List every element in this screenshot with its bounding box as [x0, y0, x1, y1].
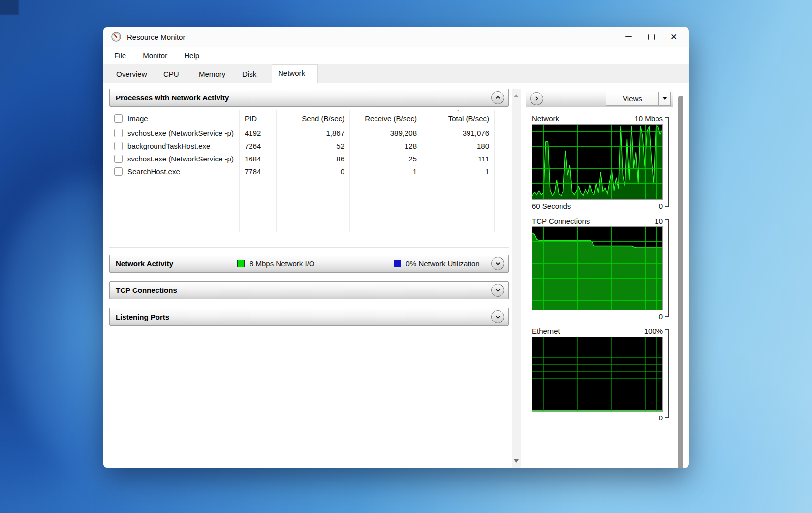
tcp-connections-graph	[532, 226, 663, 310]
menu-help[interactable]: Help	[184, 51, 199, 60]
resource-monitor-icon	[111, 32, 121, 42]
tab-overview[interactable]: Overview	[109, 66, 156, 83]
row-checkbox[interactable]	[114, 155, 123, 163]
chevron-down-icon	[495, 314, 501, 320]
graphs-panel-header: Views	[526, 90, 673, 107]
table-row-pid[interactable]: 4192	[240, 127, 277, 139]
tab-cpu[interactable]: CPU	[156, 66, 192, 83]
table-row-total[interactable]: 1	[422, 165, 495, 178]
table-row-image[interactable]: SearchHost.exe	[109, 165, 240, 178]
scroll-down-button[interactable]	[512, 456, 521, 466]
table-row-receive[interactable]: 389,208	[350, 127, 422, 139]
table-row-send[interactable]: 52	[277, 139, 350, 152]
network-activity-section-header[interactable]: Network Activity 8 Mbps Network I/O 0% N…	[109, 255, 509, 273]
collapse-panel-button[interactable]	[530, 92, 543, 105]
views-button[interactable]: Views	[606, 92, 671, 106]
dropdown-arrow-icon	[662, 97, 667, 100]
table-row-send[interactable]: 0	[277, 165, 350, 178]
minimize-button[interactable]	[617, 29, 640, 45]
column-header-send[interactable]: Send (B/sec)	[277, 110, 350, 127]
table-row-image[interactable]: backgroundTaskHost.exe	[109, 139, 240, 152]
graph-title: Ethernet	[532, 327, 560, 335]
row-checkbox[interactable]	[114, 167, 123, 176]
tab-strip: Overview CPU Memory Disk Network	[103, 64, 689, 83]
panel-scrollbar[interactable]	[677, 89, 684, 468]
network-io-label: 8 Mbps Network I/O	[250, 259, 315, 268]
sort-indicator-icon: ˇ	[457, 110, 459, 115]
scroll-down-icon	[514, 459, 519, 463]
tab-disk[interactable]: Disk	[235, 66, 265, 83]
panel-scrollbar-thumb[interactable]	[678, 96, 683, 468]
network-graph-block: Network 10 Mbps 60 Seconds 0	[532, 112, 670, 212]
scale-bracket	[665, 329, 669, 418]
expand-network-activity-button[interactable]	[491, 257, 504, 270]
collapse-processes-button[interactable]	[491, 91, 504, 104]
graph-scale-top: 10	[655, 217, 663, 225]
network-graph	[532, 124, 663, 200]
ethernet-graph	[532, 337, 663, 412]
table-row-receive[interactable]: 25	[350, 152, 422, 165]
views-dropdown-button[interactable]	[658, 92, 670, 105]
processes-section-title: Processes with Network Activity	[116, 94, 229, 102]
network-utilization-swatch	[394, 260, 401, 267]
chevron-down-icon	[495, 287, 501, 293]
column-header-image[interactable]: Image	[109, 110, 240, 127]
close-button[interactable]: ✕	[662, 29, 685, 45]
expand-listening-ports-button[interactable]	[491, 310, 504, 323]
table-row-receive[interactable]: 1	[350, 165, 422, 178]
table-row-total[interactable]: 180	[422, 139, 495, 152]
column-header-total[interactable]: ˇ Total (B/sec)	[422, 110, 495, 127]
network-tab-content: Processes with Network Activity Image PI…	[103, 83, 689, 468]
maximize-icon	[648, 34, 655, 40]
left-pane: Processes with Network Activity Image PI…	[109, 89, 509, 468]
network-utilization-label: 0% Network Utilization	[406, 259, 480, 268]
table-row-image[interactable]: svchost.exe (NetworkService -p)	[109, 152, 240, 165]
column-header-filler	[495, 110, 509, 127]
tcp-connections-section-header[interactable]: TCP Connections	[109, 281, 509, 299]
listening-ports-section-header[interactable]: Listening Ports	[109, 308, 509, 326]
graph-scale-top: 10 Mbps	[634, 114, 663, 123]
resource-monitor-window: Resource Monitor ✕ File Monitor Help Ove…	[103, 27, 689, 468]
table-row-total[interactable]: 111	[422, 152, 495, 165]
column-header-receive[interactable]: Receive (B/sec)	[350, 110, 422, 127]
graphs-panel: Views Network 10 Mbps	[525, 89, 674, 444]
row-checkbox[interactable]	[114, 129, 123, 137]
scroll-up-button[interactable]	[512, 91, 521, 100]
table-row-pid[interactable]: 7784	[240, 165, 277, 178]
tab-network[interactable]: Network	[272, 64, 318, 83]
title-bar[interactable]: Resource Monitor ✕	[103, 27, 689, 47]
right-zone: Views Network 10 Mbps	[525, 89, 684, 468]
table-row-total[interactable]: 391,076	[422, 127, 495, 139]
maximize-button[interactable]	[640, 29, 662, 45]
table-row-pid[interactable]: 7264	[240, 139, 277, 152]
table-row-receive[interactable]: 128	[350, 139, 422, 152]
close-icon: ✕	[670, 33, 677, 41]
desktop-background: Resource Monitor ✕ File Monitor Help Ove…	[0, 0, 812, 513]
select-all-checkbox[interactable]	[114, 114, 123, 123]
network-utilization-legend: 0% Network Utilization	[394, 259, 480, 268]
table-row-send[interactable]: 1,867	[277, 127, 350, 139]
menu-monitor[interactable]: Monitor	[143, 51, 167, 60]
graph-title: TCP Connections	[532, 217, 590, 225]
graph-footer-left: 60 Seconds	[532, 202, 571, 210]
network-io-swatch	[237, 260, 245, 267]
minimize-icon	[625, 36, 632, 37]
row-checkbox[interactable]	[114, 142, 123, 150]
menu-file[interactable]: File	[114, 51, 126, 60]
graph-title: Network	[532, 114, 559, 123]
ethernet-graph-block: Ethernet 100% 0	[532, 325, 670, 423]
table-row-send[interactable]: 86	[277, 152, 350, 165]
table-row-image[interactable]: svchost.exe (NetworkService -p)	[109, 127, 240, 139]
graph-scale-bottom: 0	[659, 312, 663, 321]
network-activity-title: Network Activity	[116, 259, 173, 268]
chevron-up-icon	[495, 95, 501, 101]
processes-section-header[interactable]: Processes with Network Activity	[109, 89, 509, 107]
listening-ports-title: Listening Ports	[116, 313, 169, 321]
column-header-pid[interactable]: PID	[240, 110, 277, 127]
process-table: Image PID Send (B/sec) Receive (B/sec) ˇ…	[109, 110, 509, 248]
table-row-pid[interactable]: 1684	[240, 152, 277, 165]
graph-scale-top: 100%	[644, 327, 663, 335]
tab-memory[interactable]: Memory	[192, 66, 235, 83]
main-scrollbar[interactable]	[512, 89, 521, 468]
expand-tcp-connections-button[interactable]	[491, 284, 504, 297]
